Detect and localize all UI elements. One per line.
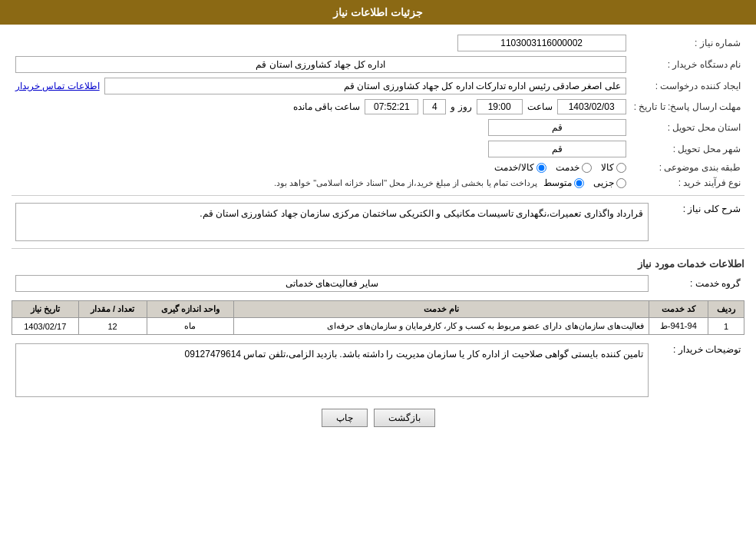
col-nam: نام خدمت xyxy=(233,301,649,318)
cell-nam: فعالیت‌های سازمان‌های دارای عضو مربوط به… xyxy=(233,318,649,335)
radio-jozvi-item: جزیی xyxy=(593,177,626,188)
shomara-label: شماره نیاز : xyxy=(630,32,744,54)
tozihat-label: توضیحات خریدار : xyxy=(652,341,744,399)
main-content: شماره نیاز : 1103003116000002 نام دستگاه… xyxy=(0,25,756,441)
baqi-label: ساعت باقی مانده xyxy=(293,101,361,112)
radio-khadamat[interactable] xyxy=(582,163,592,173)
radio-motavasset-item: متوسط xyxy=(543,177,584,188)
mohlat-row: مهلت ارسال پاسخ: تا تاریخ : 1403/02/03 س… xyxy=(12,97,744,117)
shahr-row: شهر محل تحویل : قم xyxy=(12,138,744,160)
radio-khadamat-item: خدمت xyxy=(556,162,592,173)
group-value: سایر فعالیت‌های خدماتی xyxy=(15,275,649,292)
radio-motavasset[interactable] xyxy=(574,178,584,188)
col-tarikh: تاریخ نیاز xyxy=(12,301,79,318)
farayand-text: پرداخت تمام یا بخشی از مبلغ خرید،از محل … xyxy=(274,178,537,188)
farayand-value-cell: جزیی متوسط پرداخت تمام یا بخشی از مبلغ خ… xyxy=(12,175,630,190)
farayand-label: نوع فرآیند خرید : xyxy=(630,175,744,190)
radio-kala-khadamat-item: کالا/خدمت xyxy=(494,162,546,173)
button-group: بازگشت چاپ xyxy=(12,409,744,427)
tabaghebandi-label: طبقه بندی موضوعی : xyxy=(630,160,744,175)
col-kod: کد خدمت xyxy=(649,301,708,318)
back-button[interactable]: بازگشت xyxy=(374,409,435,427)
ijad-value: علی اصغر صادقی رئیس اداره تدارکات اداره … xyxy=(104,78,626,94)
main-info-table: شماره نیاز : 1103003116000002 نام دستگاه… xyxy=(12,32,744,190)
service-table-header-row: ردیف کد خدمت نام خدمت واحد اندازه گیری ت… xyxy=(12,301,744,318)
shahr-value-cell: قم xyxy=(12,138,630,160)
saat-value: 19:00 xyxy=(477,99,523,114)
group-value-cell: سایر فعالیت‌های خدماتی xyxy=(12,273,652,294)
shomara-value: 1103003116000002 xyxy=(457,35,626,51)
radio-kala-item: کالا xyxy=(601,162,626,173)
group-table: گروه خدمت : سایر فعالیت‌های خدماتی xyxy=(12,273,744,294)
sharh-value: قرارداد واگذاری تعمیرات،نگهداری تاسیسات … xyxy=(15,203,649,241)
divider-2 xyxy=(12,248,744,249)
sharh-row: شرح کلی نیاز : قرارداد واگذاری تعمیرات،ن… xyxy=(12,200,744,243)
mohlat-value-cell: 1403/02/03 ساعت 19:00 روز و 4 07:52:21 س… xyxy=(12,97,630,117)
mohlat-label: مهلت ارسال پاسخ: تا تاریخ : xyxy=(630,97,744,117)
shomara-row: شماره نیاز : 1103003116000002 xyxy=(12,32,744,54)
tabaghebandi-value-cell: کالا خدمت کالا/خدمت xyxy=(12,160,630,175)
roz-label: روز و xyxy=(451,101,471,112)
date-value: 1403/02/03 xyxy=(557,99,626,114)
page-wrapper: جزئیات اطلاعات نیاز شماره نیاز : 1103003… xyxy=(0,0,756,540)
col-vahed: واحد اندازه گیری xyxy=(147,301,233,318)
ostan-value: قم xyxy=(488,119,626,136)
sharh-label: شرح کلی نیاز : xyxy=(652,200,744,243)
ijad-value-cell: علی اصغر صادقی رئیس اداره تدارکات اداره … xyxy=(12,75,630,97)
dastgah-label: نام دستگاه خریدار : xyxy=(630,54,744,75)
cell-vahed: ماه xyxy=(147,318,233,335)
divider-1 xyxy=(12,195,744,196)
cell-tedad: 12 xyxy=(78,318,147,335)
radio-jozvi-label: جزیی xyxy=(593,177,614,188)
group-row: گروه خدمت : سایر فعالیت‌های خدماتی xyxy=(12,273,744,294)
ostan-row: استان محل تحویل : قم xyxy=(12,117,744,138)
tozihat-table: توضیحات خریدار : تامین کننده بایستی گواه… xyxy=(12,341,744,399)
tozihat-row: توضیحات خریدار : تامین کننده بایستی گواه… xyxy=(12,341,744,399)
radio-khadamat-label: خدمت xyxy=(556,162,579,173)
cell-tarikh: 1403/02/17 xyxy=(12,318,79,335)
radio-motavasset-label: متوسط xyxy=(543,177,572,188)
khadamat-section-title: اطلاعات خدمات مورد نیاز xyxy=(12,253,744,273)
farayand-row: نوع فرآیند خرید : جزیی متوسط xyxy=(12,175,744,190)
col-tedad: تعداد / مقدار xyxy=(78,301,147,318)
radio-kala-khadamat[interactable] xyxy=(536,163,546,173)
cell-radif: 1 xyxy=(708,318,744,335)
tozihat-value-cell: تامین کننده بایستی گواهی صلاحیت از اداره… xyxy=(12,341,652,399)
table-row: 1941-94-طفعالیت‌های سازمان‌های دارای عضو… xyxy=(12,318,744,335)
dastgah-row: نام دستگاه خریدار : اداره کل جهاد کشاورز… xyxy=(12,54,744,75)
roz-value: 4 xyxy=(423,99,446,114)
group-label: گروه خدمت : xyxy=(652,273,744,294)
service-table: ردیف کد خدمت نام خدمت واحد اندازه گیری ت… xyxy=(12,300,744,335)
baqi-value: 07:52:21 xyxy=(365,99,418,114)
cell-kod: 941-94-ط xyxy=(649,318,708,335)
print-button[interactable]: چاپ xyxy=(322,409,368,427)
radio-kala-label: کالا xyxy=(601,162,614,173)
radio-kala-khadamat-label: کالا/خدمت xyxy=(494,162,533,173)
ostan-value-cell: قم xyxy=(12,117,630,138)
sharh-table: شرح کلی نیاز : قرارداد واگذاری تعمیرات،ن… xyxy=(12,200,744,243)
tozihat-value: تامین کننده بایستی گواهی صلاحیت از اداره… xyxy=(15,343,649,397)
radio-jozvi[interactable] xyxy=(616,178,626,188)
shahr-label: شهر محل تحویل : xyxy=(630,138,744,160)
page-title: جزئیات اطلاعات نیاز xyxy=(333,6,423,18)
ijad-row: ایجاد کننده درخواست : علی اصغر صادقی رئی… xyxy=(12,75,744,97)
radio-kala[interactable] xyxy=(616,163,626,173)
dastgah-value: اداره کل جهاد کشاورزی استان قم xyxy=(15,56,626,73)
col-radif: ردیف xyxy=(708,301,744,318)
saat-label: ساعت xyxy=(527,101,553,112)
sharh-value-cell: قرارداد واگذاری تعمیرات،نگهداری تاسیسات … xyxy=(12,200,652,243)
shomara-value-cell: 1103003116000002 xyxy=(378,32,630,54)
tabaghebandi-row: طبقه بندی موضوعی : کالا خدمت xyxy=(12,160,744,175)
dastgah-value-cell: اداره کل جهاد کشاورزی استان قم xyxy=(12,54,630,75)
ostan-label: استان محل تحویل : xyxy=(630,117,744,138)
shahr-value: قم xyxy=(488,141,626,157)
etelaat-tamas-link[interactable]: اطلاعات تماس خریدار xyxy=(15,81,100,91)
page-header: جزئیات اطلاعات نیاز xyxy=(0,0,756,25)
ijad-label: ایجاد کننده درخواست : xyxy=(630,75,744,97)
